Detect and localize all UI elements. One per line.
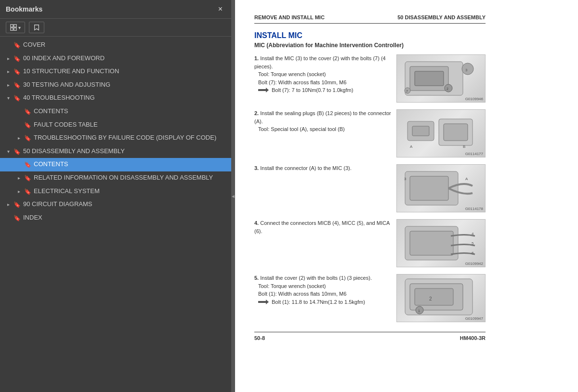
svg-marker-5	[266, 88, 269, 92]
step-4-image: 4 5 6 G0109942	[396, 219, 486, 267]
step-1-text: 1. Install the MIC (3) to the cover (2) …	[254, 54, 392, 94]
footer-page-number: 50-8	[254, 335, 265, 341]
expand-all-button[interactable]: ▾	[6, 22, 25, 33]
step-2-content: Install the sealing plugs (B) (12 pieces…	[254, 110, 391, 124]
section-title: INSTALL MIC	[254, 31, 486, 40]
bookmark-fault-codes[interactable]: 🔖 FAULT CODES TABLE	[0, 118, 231, 132]
step-3-content: Install the connector (A) to the MIC (3)…	[260, 165, 352, 171]
step-2-illustration: B A	[400, 112, 482, 155]
step-5-tool: Tool: Torque wrench (socket)	[258, 283, 326, 289]
bookmark-da-contents[interactable]: 🔖 CONTENTS	[0, 158, 231, 171]
expand-circuit-icon[interactable]: ▸	[4, 200, 13, 208]
step-4-image-code: G0109942	[465, 261, 483, 266]
step-1-image: 3 2 7 G0109946	[396, 54, 486, 103]
svg-marker-31	[266, 300, 269, 304]
bookmark-circuit[interactable]: ▸ 🔖 90 CIRCUIT DIAGRAMS	[0, 198, 231, 211]
step-5-image-code: G0109947	[465, 316, 483, 321]
svg-rect-0	[11, 25, 13, 27]
bookmark-icon-structure: 🔖	[13, 67, 21, 76]
expand-disassembly-icon[interactable]	[4, 147, 13, 155]
svg-rect-3	[14, 28, 16, 30]
expand-structure-icon[interactable]: ▸	[4, 67, 13, 75]
bookmark-icon-troubleshooting: 🔖	[13, 94, 21, 103]
svg-rect-16	[444, 124, 468, 141]
svg-rect-2	[11, 28, 13, 30]
svg-text:A: A	[410, 144, 413, 149]
expand-electrical-icon[interactable]: ▸	[14, 187, 23, 195]
svg-text:2: 2	[429, 296, 432, 301]
step-3-image-code: G0114178	[465, 207, 483, 211]
bookmark-icon-cover: 🔖	[13, 41, 21, 50]
doc-header-left: REMOVE AND INSTALL MIC	[254, 14, 325, 20]
mic-subtitle: MIC (Abbreviation for Machine Interventi…	[254, 42, 486, 49]
step-2-tool: Tool: Special tool (A), special tool (B)	[258, 126, 345, 132]
bookmark-label-ts-code: TROUBLESHOOTING BY FAILURE CODE (DISPLAY…	[32, 134, 227, 142]
resize-handle[interactable]	[231, 0, 235, 392]
step-2-text: 2. Install the sealing plugs (B) (12 pie…	[254, 109, 392, 133]
bookmark-flag-icon	[33, 24, 40, 31]
torque-icon-5	[258, 300, 269, 304]
svg-rect-30	[258, 301, 267, 303]
svg-rect-18	[412, 126, 429, 136]
doc-page: REMOVE AND INSTALL MIC 50 DISASSEMBLY AN…	[235, 0, 505, 355]
svg-text:7: 7	[406, 90, 408, 93]
bookmark-label-circuit: 90 CIRCUIT DIAGRAMS	[21, 200, 227, 209]
expand-index-icon[interactable]: ▸	[4, 54, 13, 62]
bookmark-ts-contents[interactable]: 🔖 CONTENTS	[0, 105, 231, 118]
svg-rect-26	[410, 231, 453, 255]
step-1-torque: Bolt (7): 7 to 10Nm(0.7 to 1.0kgfm)	[272, 86, 353, 94]
bookmark-label-ts-contents: CONTENTS	[32, 107, 227, 116]
step-1-image-code: G0109946	[465, 97, 483, 101]
step-3-image: A 3 G0114178	[396, 164, 486, 212]
svg-text:A: A	[465, 177, 468, 181]
step-4-illustration: 4 5 6	[400, 222, 482, 265]
step-2-number: 2.	[254, 110, 259, 116]
step-2: 2. Install the sealing plugs (B) (12 pie…	[254, 109, 486, 157]
step-5-content: Install the cover (2) with the bolts (1)…	[260, 275, 372, 281]
step-5-text: 5. Install the cover (2) with the bolts …	[254, 274, 392, 306]
bookmark-icon-testing: 🔖	[13, 81, 21, 90]
sidebar-header: Bookmarks ×	[0, 0, 231, 19]
svg-point-9	[462, 63, 473, 75]
step-1-torque-line: Bolt (7): 7 to 10Nm(0.7 to 1.0kgfm)	[258, 86, 392, 94]
bookmark-ts-by-code[interactable]: ▸ 🔖 TROUBLESHOOTING BY FAILURE CODE (DIS…	[0, 131, 231, 145]
bookmark-related-info[interactable]: ▸ 🔖 RELATED INFORMATION ON DISASSEMBLY A…	[0, 171, 231, 185]
bookmark-icon-electrical: 🔖	[23, 187, 32, 196]
svg-rect-22	[410, 176, 448, 200]
bookmark-disassembly[interactable]: 🔖 50 DISASSEMBLY AND ASSEMBLY	[0, 145, 231, 158]
close-button[interactable]: ×	[215, 4, 225, 14]
step-1-bolt: Bolt (7): Width across flats 10mm, M6	[258, 79, 346, 85]
bookmark-index[interactable]: ▸ 🔖 00 INDEX AND FOREWORD	[0, 52, 231, 65]
step-5-illustration: 1 2	[400, 276, 482, 320]
bookmark-cover[interactable]: 🔖 COVER	[0, 39, 231, 52]
svg-text:5: 5	[472, 241, 474, 246]
bookmark-label-fault-codes: FAULT CODES TABLE	[32, 121, 227, 129]
step-5-torque: Bolt (1): 11.8 to 14.7Nm(1.2 to 1.5kgfm)	[272, 298, 365, 306]
expand-icon	[10, 24, 17, 31]
bookmark-icon-da-contents: 🔖	[23, 160, 32, 169]
bookmark-testing[interactable]: ▸ 🔖 30 TESTING AND ADJUSTING	[0, 78, 231, 92]
bookmark-structure[interactable]: ▸ 🔖 10 STRUCTURE AND FUNCTION	[0, 65, 231, 78]
svg-text:3: 3	[404, 177, 407, 181]
step-1: 1. Install the MIC (3) to the cover (2) …	[254, 54, 486, 103]
svg-text:6: 6	[472, 251, 474, 255]
expand-ts-code-icon[interactable]: ▸	[14, 134, 23, 141]
bookmark-label-index-item: INDEX	[21, 214, 227, 222]
expand-related-icon[interactable]: ▸	[14, 174, 23, 181]
bookmark-electrical[interactable]: ▸ 🔖 ELECTRICAL SYSTEM	[0, 185, 231, 198]
bookmark-index-item[interactable]: 🔖 INDEX	[0, 211, 231, 225]
step-5-torque-line: Bolt (1): 11.8 to 14.7Nm(1.2 to 1.5kgfm)	[258, 298, 392, 306]
bookmark-icon-button[interactable]	[29, 22, 44, 33]
step-4-text: 4. Connect the connectors MICB (4), MICC…	[254, 219, 392, 235]
bookmark-list: 🔖 COVER ▸ 🔖 00 INDEX AND FOREWORD ▸ 🔖 10…	[0, 37, 231, 392]
step-2-image-code: G0114177	[465, 152, 483, 156]
bookmark-icon-disassembly: 🔖	[13, 147, 21, 156]
svg-rect-4	[258, 89, 267, 91]
step-2-image: B A G0114177	[396, 109, 486, 157]
step-3-number: 3.	[254, 165, 259, 171]
bookmark-label-testing: 30 TESTING AND ADJUSTING	[21, 81, 227, 89]
document-content: REMOVE AND INSTALL MIC 50 DISASSEMBLY AN…	[235, 0, 578, 392]
bookmark-troubleshooting[interactable]: 🔖 40 TROUBLESHOOTING	[0, 91, 231, 105]
expand-testing-icon[interactable]: ▸	[4, 81, 13, 88]
expand-troubleshooting-icon[interactable]	[4, 94, 13, 101]
